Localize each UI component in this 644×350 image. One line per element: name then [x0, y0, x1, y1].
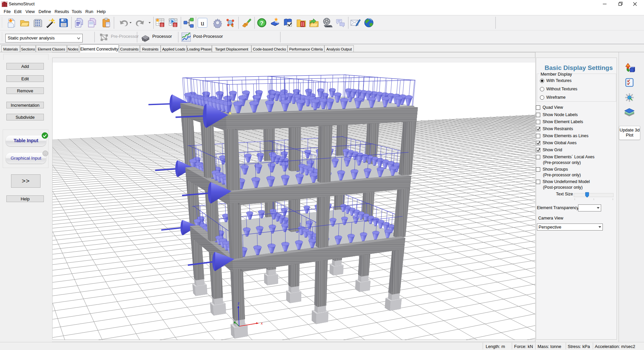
- svg-text:x: x: [261, 321, 263, 325]
- svg-text:..: ..: [45, 152, 46, 155]
- svg-text:?: ?: [260, 20, 263, 26]
- svg-text:z: z: [238, 301, 240, 305]
- svg-text:u: u: [201, 19, 205, 27]
